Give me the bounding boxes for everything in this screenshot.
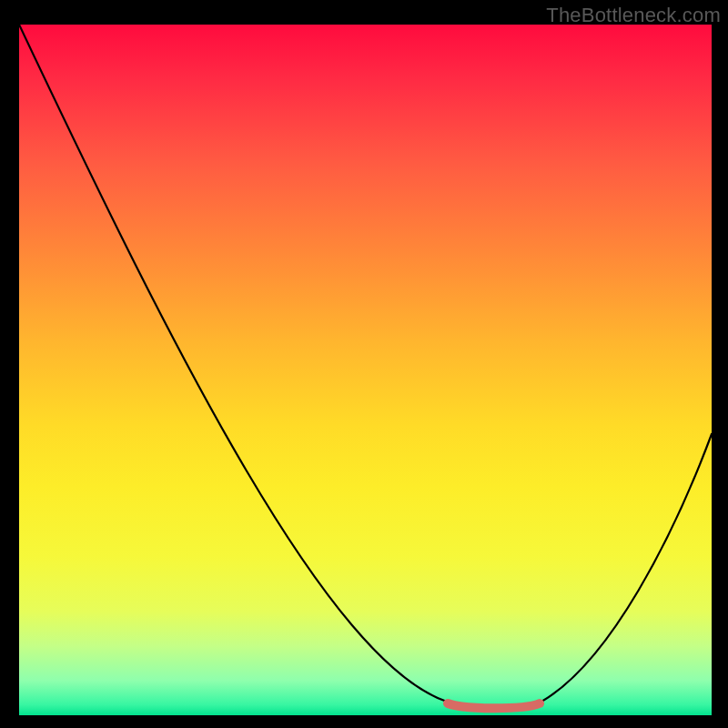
sweet-spot-segment xyxy=(448,703,540,708)
bottleneck-curve xyxy=(19,25,712,706)
watermark-text: TheBottleneck.com xyxy=(546,4,721,27)
chart-frame: TheBottleneck.com xyxy=(0,0,728,728)
curve-layer xyxy=(19,25,712,715)
plot-area xyxy=(19,25,712,715)
